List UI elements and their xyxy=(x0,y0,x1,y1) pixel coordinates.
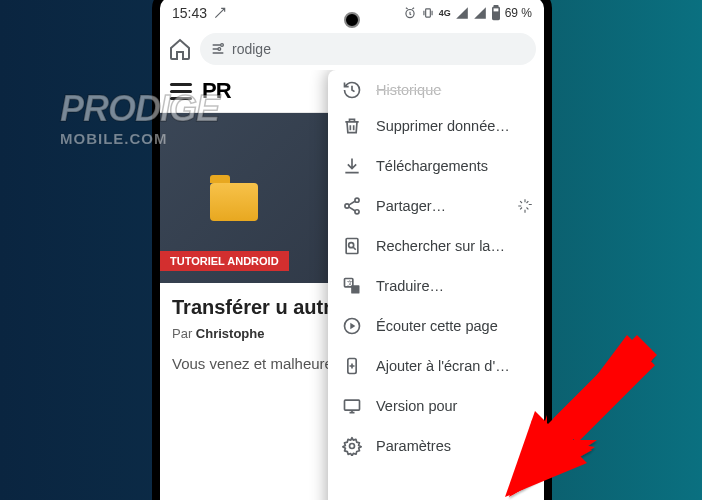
svg-point-11 xyxy=(349,243,354,248)
download-icon xyxy=(342,156,362,176)
svg-rect-3 xyxy=(494,6,497,8)
add-to-home-icon xyxy=(342,356,362,376)
svg-rect-13 xyxy=(351,285,359,293)
menu-item-listen[interactable]: Écouter cette page xyxy=(328,306,544,346)
site-logo: PR xyxy=(202,78,231,104)
category-tag: TUTORIEL ANDROID xyxy=(160,251,289,271)
menu-label: Partager… xyxy=(376,198,446,214)
share-icon xyxy=(342,196,362,216)
svg-rect-17 xyxy=(345,400,360,410)
history-icon xyxy=(342,80,362,100)
vibrate-icon xyxy=(421,6,435,20)
menu-label: Paramètres xyxy=(376,438,451,454)
gear-icon xyxy=(342,436,362,456)
menu-label: Ajouter à l'écran d'… xyxy=(376,358,510,374)
translate-icon: 文 xyxy=(342,276,362,296)
menu-label: Traduire… xyxy=(376,278,444,294)
menu-label: Écouter cette page xyxy=(376,318,498,334)
menu-label: Historique xyxy=(376,82,441,98)
network-4g: 4G xyxy=(439,8,451,18)
svg-point-18 xyxy=(350,444,355,449)
tune-icon xyxy=(210,41,226,57)
menu-item-share[interactable]: Partager… xyxy=(328,186,544,226)
play-circle-icon xyxy=(342,316,362,336)
hamburger-icon[interactable] xyxy=(170,83,192,100)
url-text: rodige xyxy=(232,41,271,57)
menu-item-add-homescreen[interactable]: Ajouter à l'écran d'… xyxy=(328,346,544,386)
page-area: PR TUTORIEL ANDROID Transférer u autre s… xyxy=(160,70,544,500)
svg-point-6 xyxy=(218,48,221,51)
signal-icon xyxy=(455,6,469,20)
menu-item-delete-data[interactable]: Supprimer donnée… xyxy=(328,106,544,146)
browser-bar: rodige xyxy=(160,28,544,70)
svg-text:文: 文 xyxy=(347,279,353,286)
menu-label: Version pour xyxy=(376,398,457,414)
menu-label: Supprimer donnée… xyxy=(376,118,510,134)
svg-rect-4 xyxy=(493,12,498,18)
menu-label: Téléchargements xyxy=(376,158,488,174)
byline-author: Christophe xyxy=(196,326,265,341)
menu-label: Rechercher sur la… xyxy=(376,238,505,254)
find-in-page-icon xyxy=(342,236,362,256)
sparkle-icon xyxy=(516,197,534,215)
svg-rect-1 xyxy=(425,9,430,17)
overflow-menu: Historique Supprimer donnée… Téléchargem… xyxy=(328,70,544,500)
menu-item-translate[interactable]: 文 Traduire… xyxy=(328,266,544,306)
alarm-icon xyxy=(403,6,417,20)
menu-item-desktop-site[interactable]: Version pour xyxy=(328,386,544,426)
near-icon xyxy=(213,6,227,20)
svg-point-5 xyxy=(221,44,224,47)
svg-rect-21 xyxy=(553,341,655,443)
phone-screen: 15:43 4G 69 % rodige PR xyxy=(160,0,544,500)
svg-rect-10 xyxy=(346,239,358,254)
camera-hole xyxy=(344,12,360,28)
menu-item-downloads[interactable]: Téléchargements xyxy=(328,146,544,186)
menu-item-settings[interactable]: Paramètres xyxy=(328,426,544,466)
home-icon[interactable] xyxy=(168,37,192,61)
byline-prefix: Par xyxy=(172,326,196,341)
menu-item-find[interactable]: Rechercher sur la… xyxy=(328,226,544,266)
desktop-icon xyxy=(342,396,362,416)
status-time: 15:43 xyxy=(172,5,207,21)
svg-marker-23 xyxy=(537,335,657,455)
phone-frame: 15:43 4G 69 % rodige PR xyxy=(152,0,552,500)
signal-icon-2 xyxy=(473,6,487,20)
battery-percent: 69 % xyxy=(505,6,532,20)
trash-icon xyxy=(342,116,362,136)
menu-item-history[interactable]: Historique xyxy=(328,76,544,106)
url-bar[interactable]: rodige xyxy=(200,33,536,65)
battery-icon xyxy=(491,5,501,21)
